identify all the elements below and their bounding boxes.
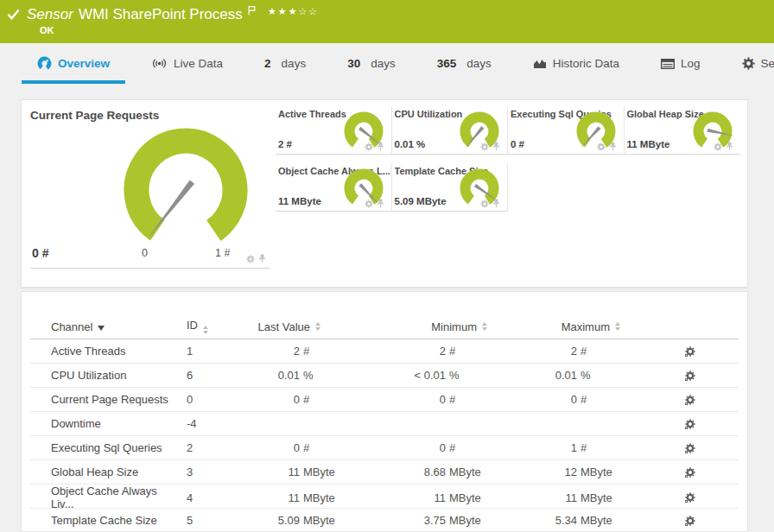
table-body: Active Threads 1 2# 2# 2# CPU Utilizatio… — [30, 339, 739, 532]
object-type-label: Sensor — [27, 6, 73, 23]
gauge-tools — [597, 142, 617, 151]
priority-stars[interactable]: ★★★☆☆ — [268, 5, 319, 17]
last-value-cell: 11MByte — [255, 491, 343, 504]
channel-name[interactable]: Current Page Requests — [30, 393, 177, 406]
pin-icon[interactable] — [377, 199, 384, 208]
pin-icon[interactable] — [492, 142, 500, 151]
gear-icon — [742, 57, 755, 70]
gear-icon[interactable] — [597, 142, 606, 151]
gear-icon[interactable] — [365, 200, 373, 208]
tab-log[interactable]: Log — [645, 43, 716, 84]
gear-icon[interactable] — [246, 255, 255, 263]
tab-number: 2 — [264, 57, 271, 70]
sort-icon — [203, 326, 208, 334]
sort-icon — [615, 322, 620, 331]
primary-channel-gauge-tile[interactable]: Current Page Requests 0 1 # 0 # — [30, 107, 270, 269]
maximum-cell: 0.01% — [489, 369, 620, 382]
column-header-minimum[interactable]: Minimum — [343, 320, 489, 333]
gauge-value: 2 # — [278, 139, 292, 149]
channel-settings-icon[interactable] — [685, 516, 695, 526]
channel-actions — [620, 516, 739, 526]
gear-icon[interactable] — [480, 200, 489, 208]
tab-historic-data[interactable]: Historic Data — [517, 43, 635, 84]
broadcast-icon — [151, 58, 168, 69]
gauge-tile[interactable]: CPU Utilization 0.01 % — [392, 106, 509, 155]
sort-icon — [315, 322, 320, 331]
column-header-maximum[interactable]: Maximum — [489, 320, 620, 333]
channel-settings-icon[interactable] — [685, 492, 695, 503]
area-chart-icon — [533, 58, 547, 69]
tab-label: days — [282, 57, 307, 70]
column-header-last-value[interactable]: Last Value — [255, 320, 343, 333]
channel-name[interactable]: Active Threads — [30, 345, 177, 358]
maximum-cell: 11MByte — [489, 491, 620, 504]
pin-icon[interactable] — [377, 142, 384, 151]
last-value-cell: 5.09MByte — [255, 514, 343, 527]
channels-table-panel: Channel ID Last Value Minimum Maximum Ac… — [21, 291, 748, 532]
tab-label: Settings — [761, 57, 774, 70]
gear-icon[interactable] — [714, 142, 722, 151]
channel-actions — [620, 467, 739, 478]
channel-actions — [620, 395, 739, 405]
tab-365-days[interactable]: 365days — [422, 43, 507, 84]
gauges-panel: Current Page Requests 0 1 # 0 # Active T… — [21, 99, 748, 288]
gauge-value: 0.01 % — [395, 139, 426, 149]
channel-settings-icon[interactable] — [685, 443, 695, 453]
pin-icon[interactable] — [258, 254, 266, 263]
table-header: Channel ID Last Value Minimum Maximum — [30, 314, 739, 339]
gauge-value: 5.09 MByte — [395, 196, 447, 206]
tab-label: days — [371, 57, 396, 70]
last-value-cell: 0.01% — [255, 369, 343, 382]
gauge-tools — [365, 142, 384, 151]
gauge-tools — [714, 142, 733, 151]
tab-2-days[interactable]: 2days — [249, 43, 321, 84]
gauge-tile[interactable]: Executing Sql Queries 0 # — [508, 106, 625, 155]
channel-name[interactable]: CPU Utilization — [30, 369, 177, 382]
log-icon — [661, 59, 675, 69]
tab-settings[interactable]: Settings — [726, 43, 774, 84]
channel-name[interactable]: Executing Sql Queries — [30, 441, 177, 454]
gauge-tile[interactable]: Global Heap Size 11 MByte — [625, 106, 741, 155]
channel-settings-icon[interactable] — [685, 395, 695, 405]
gauge-tile[interactable]: Template Cache Size 5.09 MByte — [392, 163, 509, 212]
channel-actions — [620, 419, 739, 429]
channel-name[interactable]: Object Cache Always Liv... — [30, 484, 177, 510]
tab-label: Live Data — [174, 57, 223, 70]
pin-icon[interactable] — [609, 142, 617, 151]
maximum-cell: 1# — [489, 441, 620, 454]
gauge-icon — [37, 56, 52, 71]
gauge-value: 11 MByte — [627, 139, 670, 149]
table-row: Global Heap Size 3 11MByte 8.68MByte 12M… — [30, 460, 739, 484]
channel-name[interactable]: Downtime — [30, 417, 177, 430]
tab-30-days[interactable]: 30days — [332, 43, 411, 84]
minimum-cell: 3.75MByte — [343, 514, 489, 527]
channel-id: 6 — [177, 369, 255, 382]
gear-icon[interactable] — [480, 142, 489, 151]
gauge-value: 0 # — [32, 246, 48, 260]
flag-icon[interactable] — [248, 5, 256, 16]
tab-live-data[interactable]: Live Data — [136, 43, 238, 84]
gauge-tile[interactable]: Object Cache Always L... 11 MByte — [276, 163, 392, 212]
channel-name[interactable]: Template Cache Size — [30, 514, 177, 527]
channel-actions — [620, 370, 739, 381]
table-row: Object Cache Always Liv... 4 11MByte 11M… — [30, 484, 739, 509]
channel-name[interactable]: Global Heap Size — [30, 466, 177, 478]
pin-icon[interactable] — [492, 199, 500, 208]
tab-overview[interactable]: Overview — [22, 43, 125, 84]
minimum-cell: < 0.01% — [343, 369, 489, 382]
column-header-id[interactable]: ID — [177, 319, 255, 334]
tab-number: 365 — [437, 57, 457, 70]
channel-settings-icon[interactable] — [685, 346, 695, 357]
table-row: Executing Sql Queries 2 0# 0# 1# — [30, 436, 739, 460]
channel-settings-icon[interactable] — [685, 419, 695, 429]
channel-settings-icon[interactable] — [685, 370, 695, 381]
column-header-channel[interactable]: Channel — [30, 320, 177, 333]
channel-settings-icon[interactable] — [685, 467, 695, 478]
table-row: Current Page Requests 0 0# 0# 0# — [30, 388, 739, 412]
tab-label: Log — [681, 57, 701, 70]
sort-desc-icon — [98, 326, 105, 331]
gauge-tile[interactable]: Active Threads 2 # — [276, 106, 392, 155]
pin-icon[interactable] — [726, 142, 733, 151]
gear-icon[interactable] — [365, 142, 373, 151]
tab-number: 30 — [347, 57, 360, 70]
